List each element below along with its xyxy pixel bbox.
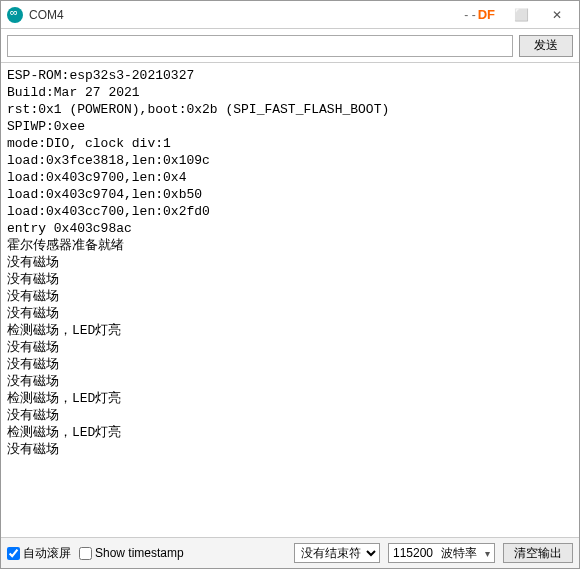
footer-bar: 自动滚屏 Show timestamp 没有结束符 115200 波特率 ▾ 清… xyxy=(1,538,579,568)
close-button[interactable]: ✕ xyxy=(539,3,575,27)
timestamp-checkbox[interactable] xyxy=(79,547,92,560)
timestamp-label[interactable]: Show timestamp xyxy=(79,546,184,560)
titlebar: COM4 - - DF ⬜ ✕ xyxy=(1,1,579,29)
timestamp-text: Show timestamp xyxy=(95,546,184,560)
autoscroll-label[interactable]: 自动滚屏 xyxy=(7,545,71,562)
maximize-button[interactable]: ⬜ xyxy=(503,3,539,27)
arduino-icon xyxy=(7,7,23,23)
console-output[interactable]: ESP-ROM:esp32s3-20210327 Build:Mar 27 20… xyxy=(1,63,579,538)
brand-label: DF xyxy=(478,7,495,22)
autoscroll-text: 自动滚屏 xyxy=(23,545,71,562)
close-icon: ✕ xyxy=(552,8,562,22)
baud-label: 波特率 xyxy=(437,545,481,562)
line-ending-select[interactable]: 没有结束符 xyxy=(294,543,380,563)
send-input[interactable] xyxy=(7,35,513,57)
baud-value: 115200 xyxy=(389,546,437,560)
maximize-icon: ⬜ xyxy=(514,8,529,22)
send-bar: 发送 xyxy=(1,29,579,63)
clear-output-button[interactable]: 清空输出 xyxy=(503,543,573,563)
brand-dash: - - xyxy=(464,8,475,22)
baud-selector[interactable]: 115200 波特率 ▾ xyxy=(388,543,495,563)
serial-monitor-window: COM4 - - DF ⬜ ✕ 发送 ESP-ROM:esp32s3-20210… xyxy=(0,0,580,569)
window-title: COM4 xyxy=(29,8,464,22)
send-button[interactable]: 发送 xyxy=(519,35,573,57)
chevron-down-icon[interactable]: ▾ xyxy=(481,548,494,559)
autoscroll-checkbox[interactable] xyxy=(7,547,20,560)
